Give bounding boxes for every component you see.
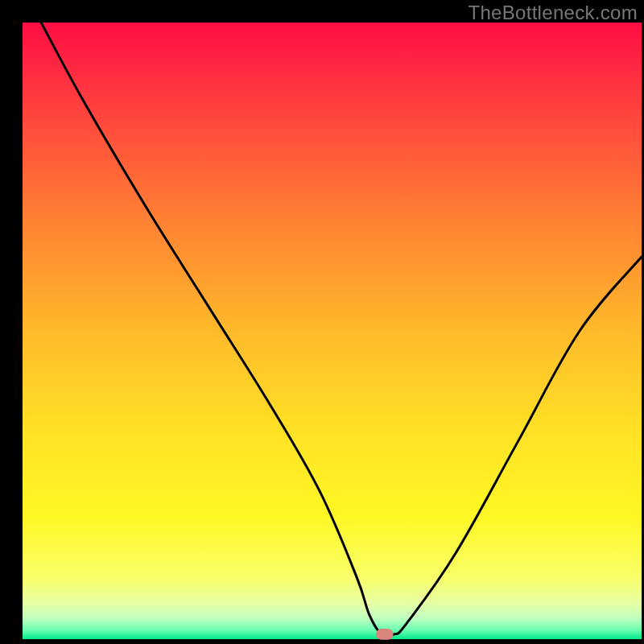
chart-container: TheBottleneck.com xyxy=(0,0,644,644)
min-marker xyxy=(376,629,394,640)
bottleneck-chart xyxy=(0,0,644,644)
watermark-label: TheBottleneck.com xyxy=(468,2,638,24)
plot-background xyxy=(23,23,642,639)
